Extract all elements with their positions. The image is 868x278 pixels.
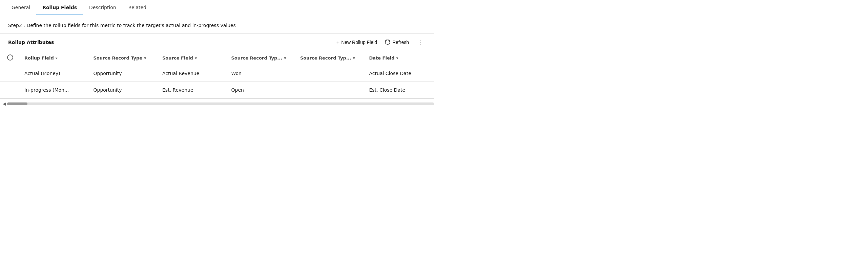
cell-source-record-typ3: [296, 82, 365, 98]
col-source-record-typ3[interactable]: Source Record Typ... ∨: [296, 51, 365, 65]
cell-source-record-type: Opportunity: [89, 82, 159, 98]
col-source-record-typ2[interactable]: Source Record Typ... ∨: [227, 51, 296, 65]
col-select: [0, 51, 20, 65]
cell-source-record-type: Opportunity: [89, 65, 159, 82]
table-row[interactable]: In-progress (Mon... Opportunity Est. Rev…: [0, 82, 434, 98]
new-rollup-field-button[interactable]: + New Rollup Field: [334, 38, 380, 47]
col-rollup-field[interactable]: Rollup Field ∨: [20, 51, 89, 65]
col-source-record-type[interactable]: Source Record Type ∨: [89, 51, 159, 65]
tab-related[interactable]: Related: [122, 0, 152, 15]
rollup-table: Rollup Field ∨ Source Record Type ∨ Sour…: [0, 51, 434, 98]
table-row[interactable]: Actual (Money) Opportunity Actual Revenu…: [0, 65, 434, 82]
main-content: Step2 : Define the rollup fields for thi…: [0, 15, 434, 109]
table-header-row: Rollup Field ∨ Source Record Type ∨ Sour…: [0, 51, 434, 65]
row-select-cell: [0, 65, 20, 82]
cell-rollup-field: In-progress (Mon...: [20, 82, 89, 98]
cell-source-record-typ2: Won: [227, 65, 296, 82]
chevron-down-icon: ∨: [396, 56, 399, 60]
row-select-cell: [0, 82, 20, 98]
select-all-radio[interactable]: [7, 54, 13, 61]
refresh-button[interactable]: Refresh: [383, 38, 412, 46]
cell-source-record-typ3: [296, 65, 365, 82]
section-header: Rollup Attributes + New Rollup Field Ref…: [0, 34, 434, 51]
chevron-down-icon: ∨: [144, 56, 146, 60]
cell-date-field: Est. Close Date: [365, 82, 434, 98]
col-source-field[interactable]: Source Field ∨: [158, 51, 227, 65]
refresh-icon: [385, 40, 391, 45]
chevron-down-icon: ∨: [284, 56, 286, 60]
tab-general[interactable]: General: [5, 0, 36, 15]
plus-icon: +: [336, 39, 339, 45]
chevron-down-icon: ∨: [194, 56, 197, 60]
scroll-thumb[interactable]: [7, 102, 27, 105]
cell-source-record-typ2: Open: [227, 82, 296, 98]
col-date-field[interactable]: Date Field ∨: [365, 51, 434, 65]
section-title: Rollup Attributes: [8, 40, 334, 45]
tab-rollup-fields[interactable]: Rollup Fields: [36, 0, 83, 15]
tab-description[interactable]: Description: [83, 0, 122, 15]
cell-source-field: Est. Revenue: [158, 82, 227, 98]
horizontal-scrollbar: ◀: [0, 98, 434, 109]
scroll-left-arrow[interactable]: ◀: [3, 101, 6, 106]
cell-date-field: Actual Close Date: [365, 65, 434, 82]
cell-rollup-field: Actual (Money): [20, 65, 89, 82]
chevron-down-icon: ∨: [55, 56, 58, 60]
chevron-down-icon: ∨: [353, 56, 355, 60]
header-actions: + New Rollup Field Refresh ⋮: [334, 38, 426, 47]
step-description: Step2 : Define the rollup fields for thi…: [0, 15, 434, 34]
tab-bar: General Rollup Fields Description Relate…: [0, 0, 434, 15]
more-options-button[interactable]: ⋮: [414, 38, 426, 47]
scroll-track[interactable]: [7, 102, 434, 105]
cell-source-field: Actual Revenue: [158, 65, 227, 82]
